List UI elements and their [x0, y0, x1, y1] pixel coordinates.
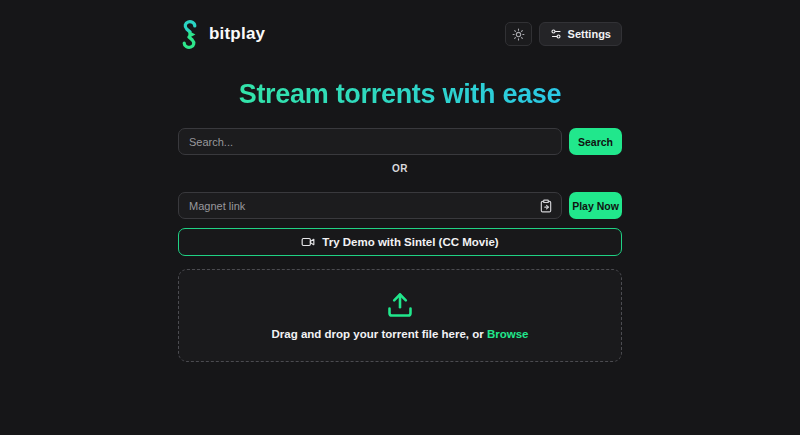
search-button[interactable]: Search [569, 128, 622, 155]
main-container: bitplay Settings [178, 0, 622, 362]
settings-label: Settings [568, 28, 611, 40]
paste-from-clipboard-button[interactable] [538, 198, 554, 214]
settings-button[interactable]: Settings [539, 22, 622, 46]
or-divider: OR [178, 163, 622, 174]
brand-logo[interactable]: bitplay [178, 19, 265, 50]
brand-name: bitplay [209, 24, 265, 44]
dropzone-instruction: Drag and drop your torrent file here, or [272, 328, 487, 340]
magnet-input-wrap [178, 192, 562, 219]
page-title: Stream torrents with ease [178, 79, 622, 110]
sun-icon [512, 28, 525, 41]
search-row: Search [178, 128, 622, 155]
theme-toggle-button[interactable] [505, 22, 532, 46]
bitplay-logo-icon [178, 19, 201, 50]
dropzone-text: Drag and drop your torrent file here, or… [272, 328, 529, 340]
play-now-button[interactable]: Play Now [569, 192, 622, 219]
video-camera-icon [301, 235, 315, 249]
header: bitplay Settings [178, 0, 622, 50]
magnet-link-input[interactable] [178, 192, 562, 219]
sliders-icon [550, 28, 562, 40]
clipboard-paste-icon [539, 199, 553, 213]
torrent-dropzone[interactable]: Drag and drop your torrent file here, or… [178, 269, 622, 362]
search-input[interactable] [178, 128, 562, 155]
header-actions: Settings [505, 22, 622, 46]
magnet-row: Play Now [178, 192, 622, 219]
try-demo-button[interactable]: Try Demo with Sintel (CC Movie) [178, 228, 622, 256]
upload-icon [386, 291, 414, 319]
try-demo-label: Try Demo with Sintel (CC Movie) [322, 236, 498, 248]
browse-link[interactable]: Browse [487, 328, 529, 340]
